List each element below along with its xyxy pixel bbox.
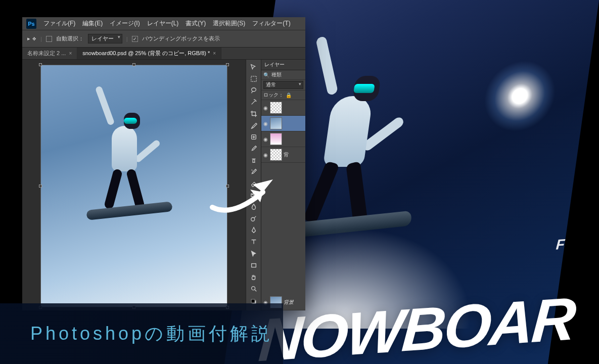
layer-row[interactable]: ◉ <box>261 131 305 147</box>
history-brush-tool[interactable] <box>248 167 260 177</box>
auto-select-label: 自動選択： <box>56 35 84 42</box>
lasso-tool[interactable] <box>248 85 260 96</box>
document-tab-1[interactable]: 名称未設定 2 ... × <box>22 48 77 59</box>
dodge-tool[interactable] <box>248 213 260 224</box>
svg-rect-4 <box>251 263 256 267</box>
move-tool[interactable] <box>248 62 260 72</box>
canvas-area[interactable] <box>22 60 246 310</box>
svg-point-3 <box>251 218 254 221</box>
visibility-icon[interactable]: ◉ <box>262 105 268 111</box>
blur-tool[interactable] <box>248 202 260 212</box>
document-tabs: 名称未設定 2 ... × snowboard00.psd @ 25% (背景 … <box>22 48 305 60</box>
close-icon[interactable]: × <box>69 51 72 56</box>
lock-icon[interactable]: 🔒 <box>286 93 292 98</box>
poster-small-text: F <box>556 236 565 253</box>
tools-palette <box>246 60 261 310</box>
layer-thumb <box>270 133 282 145</box>
gradient-tool[interactable] <box>248 190 260 201</box>
eyedropper-tool[interactable] <box>248 120 260 130</box>
auto-select-dropdown[interactable]: レイヤー <box>88 34 122 43</box>
layer-thumb <box>270 117 282 129</box>
blend-mode-dropdown[interactable]: 通常 <box>263 81 303 89</box>
visibility-icon[interactable]: ◉ <box>262 136 268 142</box>
eraser-tool[interactable] <box>248 178 260 189</box>
zoom-tool[interactable] <box>248 283 260 294</box>
layer-name: 背 <box>284 151 289 158</box>
visibility-icon[interactable]: ◉ <box>262 121 268 126</box>
menu-select[interactable]: 選択範囲(S) <box>213 19 245 28</box>
menu-file[interactable]: ファイル(F) <box>43 19 75 28</box>
svg-rect-0 <box>251 76 256 81</box>
bbox-checkbox[interactable] <box>132 36 138 42</box>
move-tool-indicator: ▸✥ <box>27 35 36 42</box>
bbox-label: バウンディングボックスを表示 <box>142 35 220 42</box>
document-tab-2[interactable]: snowboard00.psd @ 25% (背景 のコピー, RGB/8) *… <box>77 48 221 59</box>
transform-handle[interactable] <box>39 185 42 188</box>
layers-panel: レイヤー 🔍 種類 通常 ロック： 🔒 ◉ ◉ <box>261 60 305 310</box>
kind-label: 種類 <box>271 71 282 78</box>
photoshop-window: Ps ファイル(F) 編集(E) イメージ(I) レイヤー(L) 書式(Y) 選… <box>22 17 305 310</box>
transform-handle[interactable] <box>132 63 135 66</box>
lock-label: ロック： <box>263 92 284 99</box>
menu-bar: Ps ファイル(F) 編集(E) イメージ(I) レイヤー(L) 書式(Y) 選… <box>22 17 305 30</box>
layer-row[interactable]: ◉ <box>261 116 305 131</box>
options-bar: ▸✥ | 自動選択： レイヤー | バウンディングボックスを表示 <box>22 30 305 48</box>
layer-row[interactable]: ◉ 背 <box>261 147 305 163</box>
brush-tool[interactable] <box>248 143 260 154</box>
visibility-icon[interactable]: ◉ <box>262 152 268 158</box>
layer-name: 背景 <box>284 299 294 306</box>
svg-point-5 <box>251 286 255 290</box>
close-icon[interactable]: × <box>213 51 216 56</box>
rectangle-tool[interactable] <box>248 260 260 270</box>
menu-filter[interactable]: フィルター(T) <box>252 19 290 28</box>
tab-label-2: snowboard00.psd @ 25% (背景 のコピー, RGB/8) * <box>82 50 210 57</box>
pen-tool[interactable] <box>248 225 260 236</box>
type-tool[interactable] <box>248 237 260 247</box>
marquee-tool[interactable] <box>248 73 260 84</box>
ps-logo-icon: Ps <box>26 19 36 29</box>
tab-label-1: 名称未設定 2 ... <box>27 50 66 57</box>
canvas-document[interactable] <box>40 65 227 307</box>
menu-image[interactable]: イメージ(I) <box>110 19 140 28</box>
menu-edit[interactable]: 編集(E) <box>82 19 103 28</box>
transform-handle[interactable] <box>39 63 42 66</box>
path-select-tool[interactable] <box>248 248 260 259</box>
caption-bar: Photoshopの動画付解説 <box>0 303 283 364</box>
clone-stamp-tool[interactable] <box>248 155 260 166</box>
kind-filter-icon[interactable]: 🔍 <box>263 72 269 78</box>
layer-thumb <box>270 102 282 114</box>
healing-brush-tool[interactable] <box>248 131 260 142</box>
menu-layer[interactable]: レイヤー(L) <box>147 19 179 28</box>
transform-handle[interactable] <box>226 185 229 188</box>
hand-tool[interactable] <box>248 271 260 282</box>
transform-handle[interactable] <box>226 63 229 66</box>
caption-text: Photoshopの動画付解説 <box>30 322 272 346</box>
auto-select-checkbox[interactable] <box>46 36 52 42</box>
magic-wand-tool[interactable] <box>248 97 260 107</box>
layers-tab[interactable]: レイヤー <box>261 60 305 70</box>
menu-type[interactable]: 書式(Y) <box>186 19 206 28</box>
layer-thumb <box>270 149 282 161</box>
svg-rect-7 <box>251 299 255 303</box>
crop-tool[interactable] <box>248 108 260 119</box>
layer-row[interactable]: ◉ <box>261 100 305 116</box>
